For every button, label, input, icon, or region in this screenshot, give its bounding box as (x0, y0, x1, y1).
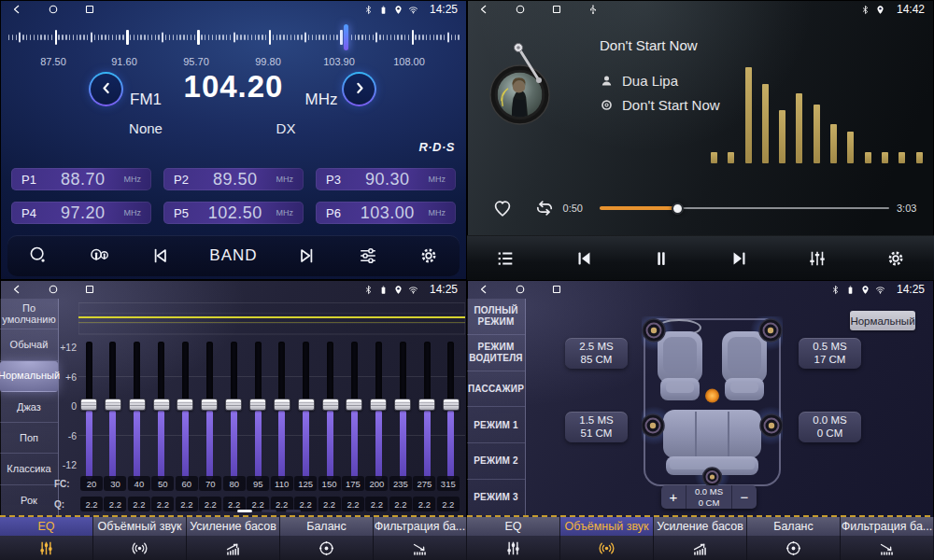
slider-handle[interactable] (177, 399, 193, 411)
playlist-button[interactable] (495, 248, 516, 269)
recents-icon[interactable] (84, 284, 95, 295)
tab-eq[interactable]: EQ (0, 517, 93, 536)
next-station-button[interactable] (297, 245, 318, 266)
eq-band-slider[interactable] (298, 342, 315, 482)
equalizer-button[interactable] (807, 248, 828, 269)
mode-item[interactable]: ПОЛНЫЙ РЕЖИМ (467, 299, 525, 335)
delay-rear-left-button[interactable]: 1.5 MS 51 CM (565, 412, 628, 442)
next-track-button[interactable] (729, 248, 750, 269)
eq-band-slider[interactable] (370, 342, 387, 482)
usb-icon[interactable] (587, 4, 599, 15)
favorite-button[interactable] (491, 197, 514, 219)
tab-bass-boost[interactable]: Усиление басов (187, 517, 280, 536)
slider-handle[interactable] (346, 399, 362, 411)
eq-band-slider[interactable] (394, 342, 411, 482)
repeat-button[interactable] (533, 197, 556, 219)
mode-item[interactable]: РЕЖИМ 1 (467, 407, 525, 443)
eq-band-slider[interactable] (274, 342, 290, 482)
mode-item[interactable]: ПАССАЖИР (467, 371, 525, 408)
mode-item[interactable]: РЕЖИМ 2 (467, 443, 525, 480)
pause-button[interactable] (651, 248, 672, 269)
recents-icon[interactable] (551, 4, 562, 15)
eq-icon[interactable] (0, 536, 93, 560)
eq-band-slider[interactable] (443, 342, 460, 482)
seek-bar[interactable] (600, 204, 889, 212)
eq-band-slider[interactable] (322, 342, 339, 482)
slider-handle[interactable] (129, 399, 146, 411)
eq-band-slider[interactable] (177, 342, 193, 482)
previous-track-button[interactable] (573, 248, 594, 269)
home-icon[interactable] (515, 4, 526, 15)
eq-preset-item[interactable]: Классика (0, 454, 58, 484)
eq-band-slider[interactable] (225, 342, 242, 482)
eq-preset-item[interactable]: Поп (0, 423, 58, 454)
mode-item[interactable]: РЕЖИМ ВОДИТЕЛЯ (467, 335, 525, 371)
delay-minus-button[interactable]: − (731, 485, 757, 509)
settings-button[interactable] (418, 245, 439, 266)
eq-band-slider[interactable] (105, 342, 121, 482)
home-icon[interactable] (48, 4, 59, 15)
filter-icon[interactable] (841, 536, 934, 560)
audio-settings-button[interactable] (358, 245, 378, 266)
slider-handle[interactable] (105, 399, 121, 411)
slider-handle[interactable] (394, 399, 411, 411)
preset-button-p3[interactable]: P390.30MHz (316, 168, 456, 190)
slider-handle[interactable] (153, 399, 170, 411)
tune-up-button[interactable] (342, 72, 376, 106)
slider-handle[interactable] (418, 399, 435, 411)
eq-preset-item[interactable]: Джаз (0, 392, 58, 423)
preset-button-p1[interactable]: P188.70MHz (11, 168, 151, 190)
delay-front-left-button[interactable]: 2.5 MS 85 CM (565, 338, 628, 369)
back-icon[interactable] (11, 4, 22, 15)
tab-balance[interactable]: Баланс (280, 517, 374, 536)
slider-handle[interactable] (370, 399, 387, 411)
slider-handle[interactable] (298, 399, 315, 411)
preset-button-p4[interactable]: P497.20MHz (11, 202, 151, 224)
eq-band-slider[interactable] (153, 342, 170, 482)
surround-icon[interactable] (560, 536, 654, 560)
eq-band-slider[interactable] (129, 342, 146, 482)
tab-eq[interactable]: EQ (467, 517, 560, 536)
balance-icon[interactable] (747, 536, 841, 560)
slider-handle[interactable] (249, 399, 266, 411)
bass-boost-icon[interactable] (187, 536, 280, 560)
tab-bass-boost[interactable]: Усиление басов (654, 517, 747, 536)
eq-band-slider[interactable] (80, 342, 97, 482)
mode-item[interactable]: РЕЖИМ 3 (467, 480, 525, 515)
tab-filter[interactable]: Фильтрация ба... (841, 517, 934, 536)
search-button[interactable] (28, 245, 49, 266)
profile-normal-button[interactable]: Нормальный (850, 311, 915, 330)
back-icon[interactable] (11, 284, 22, 295)
tab-filter[interactable]: Фильтрация ба... (374, 517, 467, 536)
stereo-dx-button[interactable] (89, 245, 109, 266)
eq-band-slider[interactable] (346, 342, 362, 482)
preset-button-p2[interactable]: P289.50MHz (163, 168, 304, 190)
tune-down-button[interactable] (89, 72, 123, 106)
back-icon[interactable] (478, 284, 489, 295)
eq-band-slider[interactable] (249, 342, 266, 482)
back-icon[interactable] (478, 4, 489, 15)
recents-icon[interactable] (84, 4, 95, 15)
slider-handle[interactable] (274, 399, 290, 411)
home-icon[interactable] (48, 284, 59, 295)
surround-icon[interactable] (93, 536, 187, 560)
delay-rear-right-button[interactable]: 0.0 MS 0 CM (799, 412, 861, 442)
preset-button-p6[interactable]: P6103.00MHz (316, 202, 456, 224)
tab-surround[interactable]: Объёмный звук (93, 517, 187, 536)
bass-boost-icon[interactable] (654, 536, 747, 560)
slider-handle[interactable] (443, 399, 460, 411)
balance-icon[interactable] (280, 536, 374, 560)
eq-preset-item[interactable]: По умолчанию (0, 299, 58, 329)
frequency-dial[interactable] (0, 22, 467, 52)
eq-icon[interactable] (467, 536, 560, 560)
eq-preset-item[interactable]: Рок (0, 485, 58, 515)
eq-preset-item[interactable]: Обычай (0, 329, 58, 360)
recents-icon[interactable] (551, 284, 562, 295)
delay-plus-button[interactable]: + (661, 485, 686, 509)
delay-front-right-button[interactable]: 0.5 MS 17 CM (799, 338, 861, 369)
eq-band-slider[interactable] (418, 342, 435, 482)
slider-handle[interactable] (225, 399, 242, 411)
slider-handle[interactable] (322, 399, 339, 411)
preset-button-p5[interactable]: P5102.50MHz (163, 202, 304, 224)
seek-knob[interactable] (672, 203, 684, 215)
